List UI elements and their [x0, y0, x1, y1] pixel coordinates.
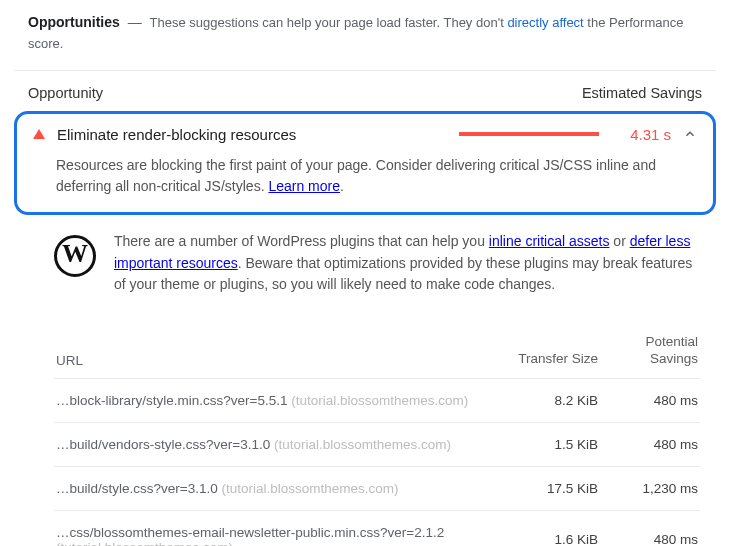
- inline-critical-assets-link[interactable]: inline critical assets: [489, 233, 610, 249]
- estimated-savings-value: 4.31 s: [611, 126, 671, 143]
- audit-description: Resources are blocking the first paint o…: [56, 155, 697, 198]
- col-estimated-savings: Estimated Savings: [582, 85, 702, 101]
- col-url: URL: [56, 353, 508, 368]
- table-header: URL Transfer Size Potential Savings: [54, 324, 700, 378]
- col-opportunity: Opportunity: [28, 85, 103, 101]
- wordpress-icon: [54, 235, 96, 277]
- opportunities-title: Opportunities: [28, 14, 120, 30]
- wordpress-suggestion: There are a number of WordPress plugins …: [14, 225, 716, 300]
- directly-affect-link[interactable]: directly affect: [507, 15, 583, 30]
- resources-table: URL Transfer Size Potential Savings …blo…: [54, 324, 700, 546]
- opportunities-header: Opportunities — These suggestions can he…: [14, 10, 716, 71]
- chevron-up-icon[interactable]: [683, 127, 697, 141]
- learn-more-link[interactable]: Learn more: [268, 178, 340, 194]
- fail-triangle-icon: [33, 129, 45, 139]
- savings-bar: [459, 132, 599, 136]
- wordpress-text: There are a number of WordPress plugins …: [114, 231, 700, 296]
- dash-separator: —: [128, 14, 142, 30]
- column-headers: Opportunity Estimated Savings: [14, 81, 716, 111]
- col-transfer-size: Transfer Size: [508, 351, 598, 368]
- table-row: …block-library/style.min.css?ver=5.5.1 (…: [54, 378, 700, 422]
- col-potential-savings: Potential Savings: [598, 334, 698, 368]
- table-row: …build/style.css?ver=3.1.0 (tutorial.blo…: [54, 466, 700, 510]
- audit-eliminate-render-blocking[interactable]: Eliminate render-blocking resources 4.31…: [14, 111, 716, 215]
- table-row: …css/blossomthemes-email-newsletter-publ…: [54, 510, 700, 546]
- table-row: …build/vendors-style.css?ver=3.1.0 (tuto…: [54, 422, 700, 466]
- audit-title: Eliminate render-blocking resources: [57, 126, 447, 143]
- opportunities-desc: These suggestions can help your page loa…: [28, 15, 683, 51]
